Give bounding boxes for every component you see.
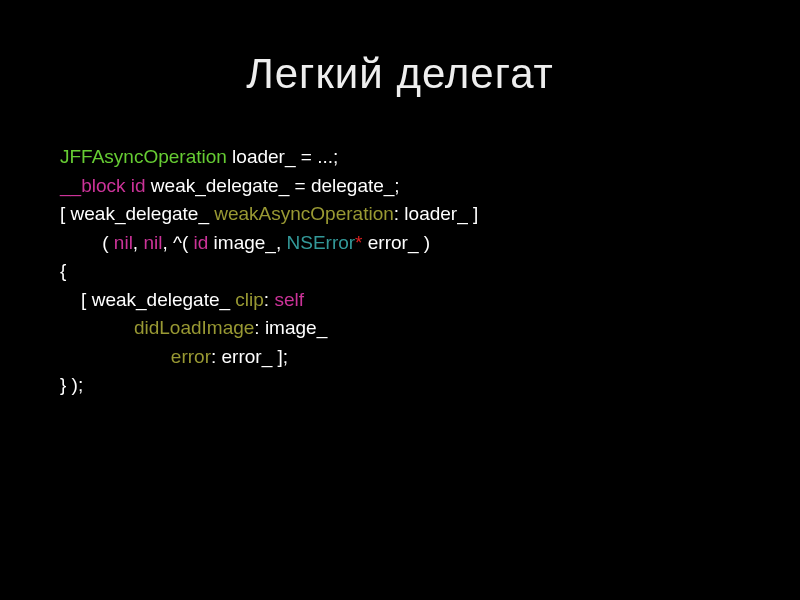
line-9: } ); [60,374,83,395]
keyword-id: id [194,232,209,253]
method-name: clip [235,289,264,310]
code-text [60,346,171,367]
code-text: , ^( [162,232,193,253]
keyword-block: __block [60,175,126,196]
code-text: : [264,289,275,310]
code-text [60,317,134,338]
code-text: , [133,232,144,253]
line-2: __block id weak_delegate_ = delegate_; [60,175,400,196]
keyword-id: id [131,175,146,196]
method-name: didLoadImage [134,317,254,338]
slide-container: Легкий делегат JFFAsyncOperation loader_… [0,0,800,600]
code-text: : loader_ ] [394,203,479,224]
code-text: : error_ ]; [211,346,288,367]
keyword-nil: nil [143,232,162,253]
line-7: didLoadImage: image_ [60,317,327,338]
code-text: error_ ) [363,232,431,253]
method-name: weakAsyncOperation [214,203,394,224]
line-4: ( nil, nil, ^( id image_, NSError* error… [60,232,430,253]
type-name: JFFAsyncOperation [60,146,227,167]
line-5: { [60,260,66,281]
line-8: error: error_ ]; [60,346,288,367]
slide-title: Легкий делегат [60,50,740,98]
line-3: [ weak_delegate_ weakAsyncOperation: loa… [60,203,478,224]
code-text: loader_ = ...; [227,146,338,167]
code-text: image_, [208,232,286,253]
class-name: NSError [286,232,355,253]
code-text: weak_delegate_ = delegate_; [146,175,400,196]
line-1: JFFAsyncOperation loader_ = ...; [60,146,338,167]
code-block: JFFAsyncOperation loader_ = ...; __block… [60,143,740,400]
line-6: [ weak_delegate_ clip: self [60,289,304,310]
code-text: [ weak_delegate_ [60,289,235,310]
code-text: ( [60,232,114,253]
method-name: error [171,346,211,367]
code-text: : image_ [254,317,327,338]
pointer-star: * [355,232,362,253]
keyword-self: self [274,289,304,310]
code-text: [ weak_delegate_ [60,203,214,224]
keyword-nil: nil [114,232,133,253]
